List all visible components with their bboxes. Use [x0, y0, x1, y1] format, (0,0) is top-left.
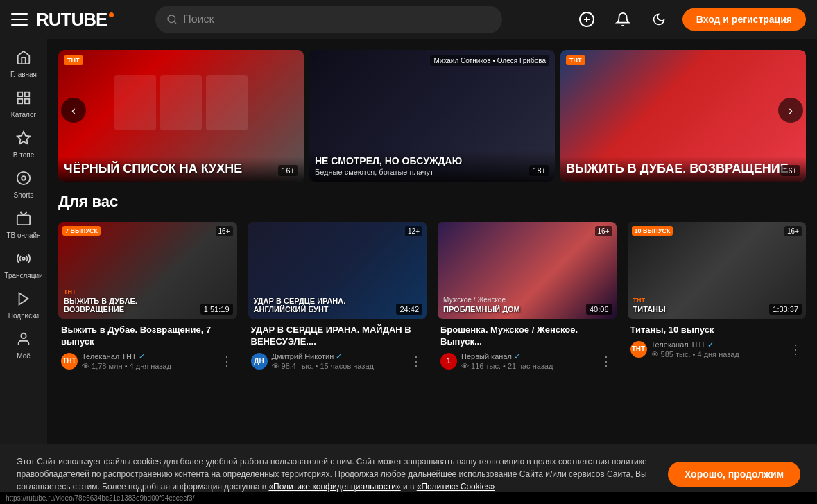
video-stats-4: 👁 585 тыс. • 4 дня назад — [651, 350, 784, 358]
sidebar-item-catalog[interactable]: Каталог — [0, 85, 47, 125]
thumb-episode-badge-1: 7 ВЫПУСК — [62, 226, 101, 236]
sidebar-item-shorts[interactable]: Shorts — [0, 165, 47, 205]
carousel-1-tnt-badge: ТНТ — [64, 55, 83, 65]
svg-marker-13 — [19, 293, 28, 305]
carousel-thumb-1: ТНТ Чёрный список на кухне — [58, 50, 304, 182]
hamburger-menu-button[interactable] — [11, 13, 28, 26]
video-info-1: Выжить в Дубае. Возвращение, 7 выпуск ТН… — [58, 319, 237, 373]
featured-carousel: ‹ ТНТ Чёрный список на кухне 16+ — [47, 39, 817, 182]
sidebar-item-subscriptions[interactable]: Подписки — [0, 286, 47, 326]
thumb-duration-1: 1:51:19 — [200, 304, 233, 315]
channel-avatar-4: ТНТ — [630, 341, 647, 358]
carousel-items: ТНТ Чёрный список на кухне 16+ НЕ — [58, 50, 806, 182]
video-more-button-3[interactable]: ⋮ — [599, 354, 614, 369]
cookie-accept-button[interactable]: Хорошо, продолжим — [668, 462, 800, 487]
sidebar-subscriptions-label: Подписки — [8, 312, 39, 320]
carousel-prev-button[interactable]: ‹ — [61, 98, 86, 123]
sidebar-shorts-label: Shorts — [14, 191, 34, 200]
svg-point-10 — [22, 176, 26, 180]
video-more-button-1[interactable]: ⋮ — [219, 354, 234, 369]
search-bar — [155, 6, 502, 33]
carousel-thumb-3: ТНТ Выжить в Дубае. Возвращение — [560, 50, 806, 182]
channel-avatar-2: ДН — [251, 353, 268, 370]
video-title-1: Выжить в Дубае. Возвращение, 7 выпуск — [61, 324, 234, 348]
video-card-3[interactable]: Мужское / Женское Проблемный дом 16+ 40:… — [438, 222, 617, 373]
mine-icon — [16, 331, 31, 349]
thumb-duration-2: 24:42 — [396, 304, 422, 315]
channel-info-3: Первый канал ✓ 👁 116 тыс. • 21 час назад — [461, 352, 594, 370]
thumb-age-1: 16+ — [216, 226, 233, 236]
video-card-4[interactable]: ТНТ ТИТАНЫ 10 ВЫПУСК 16+ 1:33:37 Титаны,… — [628, 222, 807, 373]
dark-mode-button[interactable] — [646, 7, 671, 32]
video-more-button-4[interactable]: ⋮ — [788, 342, 803, 357]
video-more-button-2[interactable]: ⋮ — [409, 354, 424, 369]
cookie-privacy-link[interactable]: «Политике конфиденциальности» — [268, 482, 400, 492]
sidebar-item-mine[interactable]: Моё — [0, 326, 47, 366]
channel-avatar-1: ТНТ — [61, 353, 78, 370]
svg-rect-8 — [25, 99, 29, 103]
plus-circle-icon — [578, 11, 595, 28]
tv-icon — [16, 211, 31, 229]
video-title-3: Брошенка. Мужское / Женское. Выпуск... — [440, 324, 614, 348]
verified-icon-1: ✓ — [139, 352, 145, 361]
video-title-4: Титаны, 10 выпуск — [630, 324, 804, 336]
video-meta-3: 1 Первый канал ✓ 👁 116 тыс. • 21 час наз… — [440, 352, 614, 370]
status-bar: https://rutube.ru/video/78e6634bc21e1383… — [0, 492, 817, 504]
cookie-text: Этот Сайт использует файлы cookies для б… — [17, 455, 651, 493]
video-info-3: Брошенка. Мужское / Женское. Выпуск... 1… — [438, 319, 617, 373]
carousel-item-3[interactable]: ТНТ Выжить в Дубае. Возвращение 16+ — [560, 50, 806, 182]
for-you-section: Для вас ТНТ ВЫЖИТЬ В ДУБАЕ.ВОЗВРАЩЕНИЕ 7… — [47, 182, 817, 379]
sidebar-mine-label: Моё — [17, 352, 31, 360]
eye-icon-3: 👁 — [461, 362, 469, 370]
login-button[interactable]: Вход и регистрация — [682, 8, 806, 31]
header-actions: Вход и регистрация — [574, 7, 806, 32]
carousel-1-badge: 16+ — [278, 165, 298, 176]
svg-rect-7 — [18, 99, 22, 103]
video-stats-3: 👁 116 тыс. • 21 час назад — [461, 362, 594, 370]
carousel-2-badge: 18+ — [529, 165, 549, 176]
thumb-age-4: 16+ — [784, 226, 802, 236]
logo-dot — [109, 12, 114, 17]
sidebar-item-home[interactable]: Главная — [0, 44, 47, 85]
main-content: ‹ ТНТ Чёрный список на кухне 16+ — [47, 39, 817, 379]
channel-avatar-3: 1 — [440, 353, 457, 370]
sidebar-catalog-label: Каталог — [11, 111, 36, 119]
svg-line-1 — [174, 21, 176, 24]
tnt-label-4: ТНТ — [633, 297, 801, 304]
carousel-2-names: Михаил Сотников • Олеся Грибова — [430, 55, 549, 66]
channel-name-4: Телеканал ТНТ ✓ — [651, 340, 784, 349]
svg-point-9 — [17, 172, 30, 184]
thumb-sub-3: Мужское / Женское — [443, 296, 611, 304]
video-thumb-2: УДАР В СЕРДЦЕ ИРАНА.АНГЛИЙСКИЙ БУНТ 12+ … — [248, 222, 427, 319]
video-meta-1: ТНТ Телеканал ТНТ ✓ 👁 1,78 млн • 4 дня н… — [61, 352, 234, 370]
thumb-duration-3: 40:06 — [586, 304, 612, 315]
sidebar-item-tv[interactable]: ТВ онлайн — [0, 205, 47, 245]
notifications-button[interactable] — [610, 7, 635, 32]
svg-rect-6 — [25, 92, 29, 96]
sidebar-item-streams[interactable]: Трансляции — [0, 245, 47, 286]
carousel-3-tnt-badge: ТНТ — [566, 55, 585, 65]
search-input[interactable] — [183, 13, 491, 26]
cookie-cookies-link[interactable]: «Политике Cookies» — [417, 482, 495, 492]
video-thumb-3: Мужское / Женское Проблемный дом 16+ 40:… — [438, 222, 617, 319]
cookie-text-part2: и в — [401, 482, 417, 492]
carousel-1-title: Чёрный список на кухне — [64, 162, 298, 176]
verified-icon-3: ✓ — [514, 352, 520, 361]
carousel-next-button[interactable]: › — [778, 98, 803, 123]
video-stats-1: 👁 1,78 млн • 4 дня назад — [82, 362, 215, 370]
channel-name-2: Дмитрий Никотин ✓ — [272, 352, 405, 361]
sidebar-item-trending[interactable]: В топе — [0, 125, 47, 165]
video-meta-4: ТНТ Телеканал ТНТ ✓ 👁 585 тыс. • 4 дня н… — [630, 340, 804, 358]
search-icon — [166, 14, 178, 25]
video-card-2[interactable]: УДАР В СЕРДЦЕ ИРАНА.АНГЛИЙСКИЙ БУНТ 12+ … — [248, 222, 427, 373]
sidebar-streams-label: Трансляции — [4, 272, 42, 280]
add-content-button[interactable] — [574, 7, 599, 32]
carousel-item-1[interactable]: ТНТ Чёрный список на кухне 16+ — [58, 50, 304, 182]
video-meta-2: ДН Дмитрий Никотин ✓ 👁 98,4 тыс. • 15 ча… — [251, 352, 424, 370]
thumb-episode-badge-4: 10 ВЫПУСК — [632, 226, 673, 236]
video-card-1[interactable]: ТНТ ВЫЖИТЬ В ДУБАЕ.ВОЗВРАЩЕНИЕ 7 ВЫПУСК … — [58, 222, 237, 373]
carousel-item-2[interactable]: НЕ СМОТРЕЛ, НО ОБСУЖДАЮ Бедные смеются, … — [309, 50, 555, 182]
thumb-age-2: 12+ — [405, 226, 422, 236]
section-title: Для вас — [58, 193, 806, 211]
videos-grid: ТНТ ВЫЖИТЬ В ДУБАЕ.ВОЗВРАЩЕНИЕ 7 ВЫПУСК … — [58, 222, 806, 373]
